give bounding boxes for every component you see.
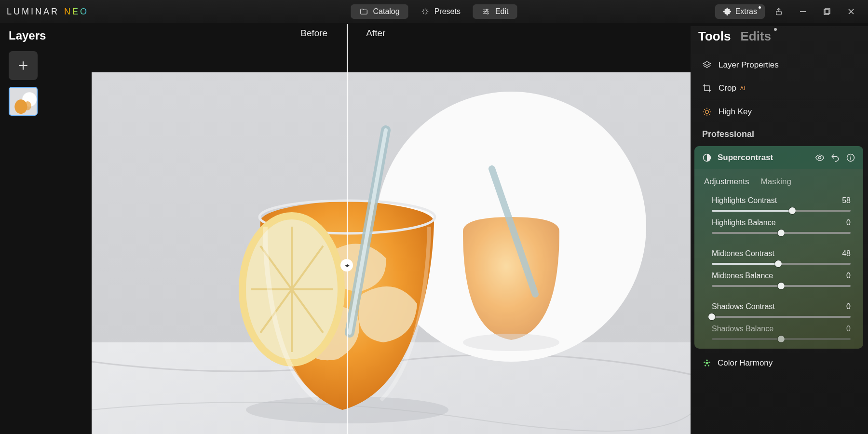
slider-shadows-contrast: Shadows Contrast 0: [694, 296, 863, 318]
color-harmony-icon: [702, 358, 712, 368]
presets-label: Presets: [434, 7, 461, 16]
tab-edits[interactable]: Edits: [740, 29, 771, 44]
tool-high-key[interactable]: High Key: [691, 100, 868, 123]
svg-line-35: [704, 109, 705, 110]
midtones-balance-value: 0: [846, 271, 851, 280]
section-professional: Professional: [691, 123, 868, 142]
compare-split-handle[interactable]: [340, 259, 353, 271]
slider-knob[interactable]: [778, 230, 785, 236]
highlights-contrast-label: Highlights Contrast: [712, 196, 777, 205]
slider-knob[interactable]: [778, 283, 785, 289]
layers-icon: [702, 60, 712, 70]
contrast-icon: [702, 153, 712, 163]
topbar: LUMINAR NEO Catalog Presets Edit Extras: [0, 0, 868, 23]
slider-midtones-balance: Midtones Balance 0: [694, 265, 863, 287]
shadows-contrast-value: 0: [846, 302, 851, 311]
svg-line-36: [709, 114, 710, 115]
highlights-contrast-value: 58: [842, 196, 851, 205]
svg-point-40: [819, 157, 821, 159]
color-harmony-label: Color Harmony: [718, 358, 773, 368]
supercontrast-title: Supercontrast: [718, 153, 809, 163]
shadows-contrast-label: Shadows Contrast: [712, 302, 775, 311]
highlights-contrast-slider[interactable]: [712, 210, 851, 212]
supercontrast-subtabs: Adjustments Masking: [694, 169, 863, 190]
close-button[interactable]: [841, 1, 861, 22]
svg-point-18: [463, 334, 559, 351]
supercontrast-header[interactable]: Supercontrast: [694, 146, 863, 169]
share-button[interactable]: [769, 1, 789, 22]
midtones-balance-label: Midtones Balance: [712, 271, 773, 280]
photo-illustration-icon: [92, 72, 699, 434]
midtones-contrast-label: Midtones Contrast: [712, 249, 774, 258]
midtones-contrast-value: 48: [842, 249, 851, 258]
canvas[interactable]: [92, 72, 699, 434]
mode-switcher: Catalog Presets Edit: [351, 4, 517, 19]
minimize-button[interactable]: [793, 1, 813, 22]
extras-label: Extras: [735, 7, 757, 16]
tool-color-harmony[interactable]: Color Harmony: [691, 349, 868, 368]
layers-heading: Layers: [9, 29, 67, 42]
logo-word-1: LUMINAR: [7, 7, 59, 17]
tool-crop[interactable]: Crop AI: [698, 77, 860, 100]
svg-point-48: [708, 365, 709, 366]
midtones-contrast-slider[interactable]: [712, 263, 851, 265]
svg-point-0: [487, 9, 488, 11]
svg-line-37: [709, 109, 710, 110]
close-icon: [848, 8, 854, 15]
crop-icon: [702, 83, 712, 93]
svg-line-38: [704, 114, 705, 115]
svg-point-46: [708, 362, 710, 363]
right-panel-tabs: Tools Edits: [691, 26, 868, 54]
subtab-adjustments[interactable]: Adjustments: [704, 177, 749, 187]
catalog-button[interactable]: Catalog: [351, 4, 408, 19]
slider-highlights-contrast: Highlights Contrast 58: [694, 190, 863, 212]
layer-thumbnail[interactable]: [9, 87, 38, 116]
minimize-icon: [800, 8, 806, 15]
svg-point-44: [706, 362, 708, 365]
slider-highlights-balance: Highlights Balance 0: [694, 212, 863, 234]
svg-point-49: [706, 360, 707, 361]
maximize-button[interactable]: [817, 1, 837, 22]
topbar-right: Extras: [715, 1, 861, 22]
edit-label: Edit: [495, 7, 509, 16]
tool-layer-properties[interactable]: Layer Properties: [691, 54, 868, 77]
svg-point-2: [487, 13, 488, 14]
shadows-balance-label: Shadows Balance: [712, 325, 773, 333]
crop-label: Crop: [719, 83, 736, 93]
eye-icon[interactable]: [815, 153, 825, 163]
after-label: After: [347, 28, 699, 39]
svg-point-14: [24, 101, 31, 110]
slider-fill: [712, 263, 778, 265]
slider-midtones-contrast: Midtones Contrast 48: [694, 243, 863, 265]
tab-tools[interactable]: Tools: [698, 29, 731, 44]
app-logo: LUMINAR NEO: [7, 7, 89, 17]
undo-icon[interactable]: [830, 153, 840, 163]
folder-icon: [360, 7, 368, 16]
slider-knob[interactable]: [775, 260, 782, 267]
sparkle-icon: [421, 7, 430, 16]
slider-knob[interactable]: [778, 336, 785, 342]
info-icon[interactable]: [846, 153, 855, 163]
logo-word-2: NEO: [64, 7, 89, 17]
edit-button[interactable]: Edit: [473, 4, 517, 19]
maximize-icon: [824, 8, 830, 15]
shadows-balance-slider[interactable]: [712, 338, 851, 340]
photo-preview: [92, 72, 699, 434]
highlights-balance-slider[interactable]: [712, 232, 851, 234]
slider-knob[interactable]: [789, 207, 796, 214]
extras-button[interactable]: Extras: [715, 4, 765, 19]
sun-icon: [702, 107, 712, 117]
presets-button[interactable]: Presets: [412, 4, 469, 19]
svg-point-43: [850, 156, 851, 157]
subtab-masking[interactable]: Masking: [761, 177, 791, 187]
midtones-balance-slider[interactable]: [712, 285, 851, 287]
compare-split-line[interactable]: [347, 24, 348, 434]
puzzle-icon: [723, 7, 732, 16]
sliders-icon: [482, 7, 490, 16]
highlights-balance-label: Highlights Balance: [712, 218, 776, 227]
highlights-balance-value: 0: [846, 218, 851, 227]
catalog-label: Catalog: [373, 7, 400, 16]
ai-badge: AI: [740, 85, 745, 91]
add-layer-button[interactable]: [9, 51, 38, 80]
shadows-balance-value: 0: [846, 325, 851, 333]
